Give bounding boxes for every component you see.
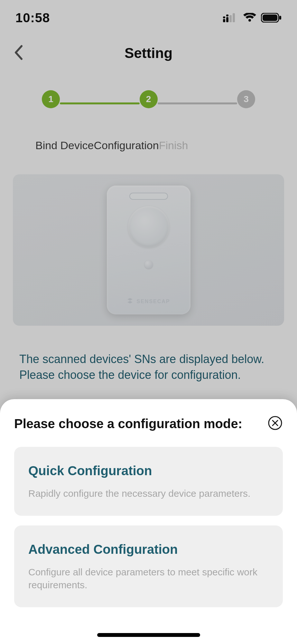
config-mode-sheet: Please choose a configuration mode: Quic… [0,399,297,644]
advanced-configuration-option[interactable]: Advanced Configuration Configure all dev… [14,525,283,607]
close-icon [268,416,282,431]
device-brand: SENSECAP [127,298,170,305]
step-3-circle: 3 [237,90,255,108]
device-image: SENSECAP [13,174,284,326]
device-led-icon [144,260,153,269]
nav-bar: Setting [0,35,297,71]
device-brand-text: SENSECAP [136,299,170,304]
step-1-label: Bind Device [35,139,94,152]
svg-rect-1 [226,17,228,22]
svg-rect-7 [263,14,277,21]
status-time: 10:58 [15,11,50,25]
device-body-illustration: SENSECAP [107,186,190,314]
option-desc: Rapidly configure the necessary device p… [28,487,269,500]
status-icons [223,13,282,23]
chevron-left-icon [14,45,23,62]
svg-rect-5 [226,14,228,16]
cellular-signal-icon [223,13,238,22]
option-desc: Configure all device parameters to meet … [28,566,269,592]
svg-rect-8 [279,16,281,20]
step-2-label: Configuration [94,139,159,152]
svg-rect-3 [233,13,235,22]
device-button-ring-icon [128,206,169,247]
stepper: 1 2 3 Bind Device Configuration Finish [0,90,297,152]
option-title: Advanced Configuration [28,542,269,557]
step-1-circle: 1 [42,90,60,108]
battery-icon [261,13,282,23]
close-button[interactable] [267,416,283,431]
status-bar: 10:58 [0,0,297,35]
step-line-2-3 [158,102,237,104]
step-2-circle: 2 [140,90,158,108]
home-indicator[interactable] [97,633,200,637]
screen: 10:58 [0,0,297,644]
step-line-1-2 [60,102,140,104]
option-title: Quick Configuration [28,464,269,478]
brand-logo-icon [127,298,133,305]
step-3-label: Finish [159,139,188,152]
sheet-title: Please choose a configuration mode: [14,417,242,431]
wifi-icon [243,13,256,23]
svg-rect-0 [223,19,225,22]
page-title: Setting [125,45,172,61]
back-button[interactable] [9,43,28,63]
quick-configuration-option[interactable]: Quick Configuration Rapidly configure th… [14,447,283,516]
svg-rect-2 [229,15,232,22]
svg-rect-4 [223,16,225,18]
device-slot-icon [129,193,168,200]
scan-hint-text: The scanned devices' SNs are displayed b… [19,351,278,383]
